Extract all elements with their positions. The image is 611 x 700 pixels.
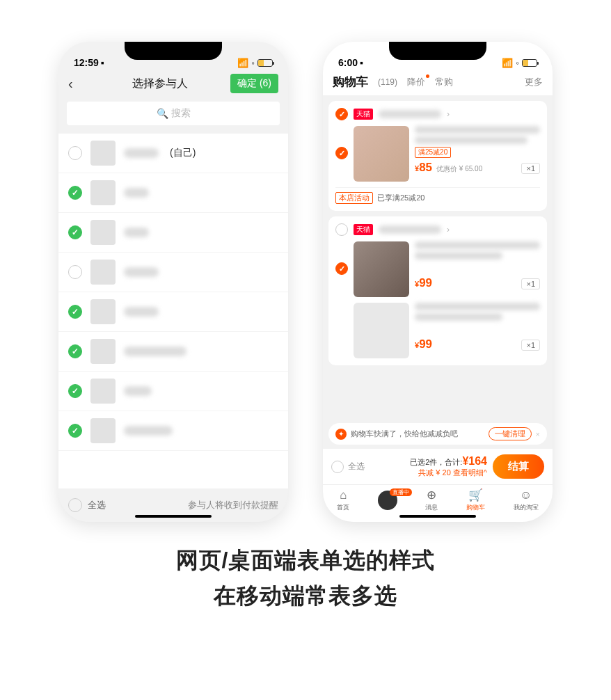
tmall-badge: 天猫 xyxy=(354,109,373,120)
cart-header: 购物车 (119) 降价 常购 更多 xyxy=(323,70,553,95)
battery-icon xyxy=(257,59,273,67)
avatar xyxy=(90,220,116,245)
cart-item: ¥99 ×1 xyxy=(335,303,540,358)
phone-cart: 6:00▪ 📶 ◦ 购物车 (119) 降价 常购 更多 天猫 xyxy=(323,42,553,522)
participant-row[interactable] xyxy=(58,213,288,253)
home-indicator[interactable] xyxy=(135,515,212,518)
avatar xyxy=(90,141,116,166)
checkbox[interactable] xyxy=(68,384,82,398)
item-checkbox[interactable] xyxy=(335,147,348,159)
page-title: 选择参与人 xyxy=(132,77,188,91)
home-icon: ⌂ xyxy=(340,488,347,502)
participant-row[interactable] xyxy=(58,372,288,411)
shop-card: 天猫 › ¥99 ×1 xyxy=(328,216,547,365)
tab-message[interactable]: ⊕消息 xyxy=(425,488,438,512)
shop-checkbox[interactable] xyxy=(335,108,348,120)
item-thumb[interactable] xyxy=(354,241,409,297)
shop-card: 天猫 › 满25减20 ¥85 优惠价 ¥ 65.00 ×1 xyxy=(328,101,547,211)
orig-price: 优惠价 ¥ 65.00 xyxy=(436,164,482,174)
shop-header[interactable]: 天猫 › xyxy=(335,108,540,120)
shop-checkbox[interactable] xyxy=(335,223,348,236)
confirm-button[interactable]: 确定 (6) xyxy=(230,74,278,93)
shop-name xyxy=(379,225,441,234)
checkbox[interactable] xyxy=(68,225,82,239)
participant-name xyxy=(124,148,159,158)
checkbox[interactable] xyxy=(68,305,82,319)
checkbox[interactable] xyxy=(68,344,82,358)
qty-stepper[interactable]: ×1 xyxy=(521,163,540,174)
user-icon: ▪ xyxy=(360,57,363,68)
tab-live[interactable]: 直播中 xyxy=(378,491,397,510)
item-title xyxy=(415,241,540,249)
promo-tag: 满25减20 xyxy=(415,147,451,158)
checkout-button[interactable]: 结算 xyxy=(493,454,544,479)
shop-activity[interactable]: 本店活动 已享满25减20 xyxy=(335,187,540,204)
search-icon: 🔍 xyxy=(157,108,168,119)
broom-icon: ✦ xyxy=(335,429,347,440)
selected-text: 已选2件，合计: xyxy=(410,458,462,466)
message-icon: ⊕ xyxy=(427,488,436,502)
cleanup-banner: ✦ 购物车快满了，快给他减减负吧 一键清理 × xyxy=(328,423,547,445)
participant-name xyxy=(124,386,152,396)
activity-text: 已享满25减20 xyxy=(377,193,424,203)
participant-row[interactable] xyxy=(58,292,288,332)
qty-stepper[interactable]: ×1 xyxy=(521,278,540,289)
checkbox[interactable] xyxy=(68,424,82,438)
chevron-right-icon: › xyxy=(447,109,450,119)
item-price: ¥99 xyxy=(415,276,432,290)
tab-me[interactable]: ☺我的淘宝 xyxy=(514,488,539,512)
tab-cart[interactable]: 🛒购物车 xyxy=(466,488,485,512)
discount-detail[interactable]: 共减 ¥ 20 查看明细^ xyxy=(370,468,487,478)
select-all-label: 全选 xyxy=(88,499,106,511)
participant-list: (自己) xyxy=(58,134,288,488)
item-spec xyxy=(415,136,527,144)
activity-tag: 本店活动 xyxy=(335,192,373,204)
item-title xyxy=(415,126,540,134)
cart-item: ¥99 ×1 xyxy=(335,241,540,297)
shop-name xyxy=(379,110,441,118)
item-thumb[interactable] xyxy=(354,126,409,182)
item-checkbox[interactable] xyxy=(335,262,348,275)
qty-stepper[interactable]: ×1 xyxy=(521,340,540,351)
user-icon: ☺ xyxy=(520,488,532,502)
tab-home[interactable]: ⌂首页 xyxy=(337,488,349,512)
avatar xyxy=(90,299,116,324)
checkbox[interactable] xyxy=(68,146,82,160)
back-button[interactable]: ‹ xyxy=(68,76,89,92)
close-icon[interactable]: × xyxy=(536,430,540,438)
user-icon: ▪ xyxy=(101,57,104,68)
participant-row[interactable] xyxy=(58,173,288,213)
tab-frequent[interactable]: 常购 xyxy=(435,76,453,88)
cleanup-button[interactable]: 一键清理 xyxy=(489,427,532,440)
participant-name xyxy=(124,347,187,356)
checkbox[interactable] xyxy=(68,186,82,200)
cart-icon: 🛒 xyxy=(468,488,483,502)
more-button[interactable]: 更多 xyxy=(525,76,543,88)
participant-row[interactable] xyxy=(58,411,288,451)
search-input[interactable]: 🔍 搜索 xyxy=(67,102,280,125)
select-all-checkbox[interactable] xyxy=(68,498,82,512)
cart-count: (119) xyxy=(378,77,397,87)
checkout-bar: 全选 已选2件，合计:¥164 共减 ¥ 20 查看明细^ 结算 xyxy=(323,449,553,484)
avatar xyxy=(90,379,116,404)
banner-text: 购物车快满了，快给他减减负吧 xyxy=(351,429,484,439)
participant-row[interactable] xyxy=(58,332,288,372)
participant-row[interactable] xyxy=(58,253,288,292)
item-spec xyxy=(415,252,502,260)
time: 6:00 xyxy=(338,57,358,68)
avatar xyxy=(90,418,116,443)
checkbox[interactable] xyxy=(68,265,82,279)
self-suffix: (自己) xyxy=(170,147,196,159)
live-badge: 直播中 xyxy=(390,488,412,496)
select-all-checkbox[interactable] xyxy=(331,461,344,473)
cart-title: 购物车 xyxy=(333,74,368,90)
home-indicator[interactable] xyxy=(399,515,476,518)
tab-price-drop[interactable]: 降价 xyxy=(407,76,425,88)
notch xyxy=(389,42,486,60)
caption: 网页/桌面端表单选的样式 在移动端常表多选 xyxy=(0,543,611,614)
footer-hint: 参与人将收到付款提醒 xyxy=(188,499,278,511)
participant-row[interactable]: (自己) xyxy=(58,134,288,173)
shop-header[interactable]: 天猫 › xyxy=(335,223,540,236)
chevron-right-icon: › xyxy=(447,225,450,234)
item-thumb[interactable] xyxy=(354,303,409,358)
